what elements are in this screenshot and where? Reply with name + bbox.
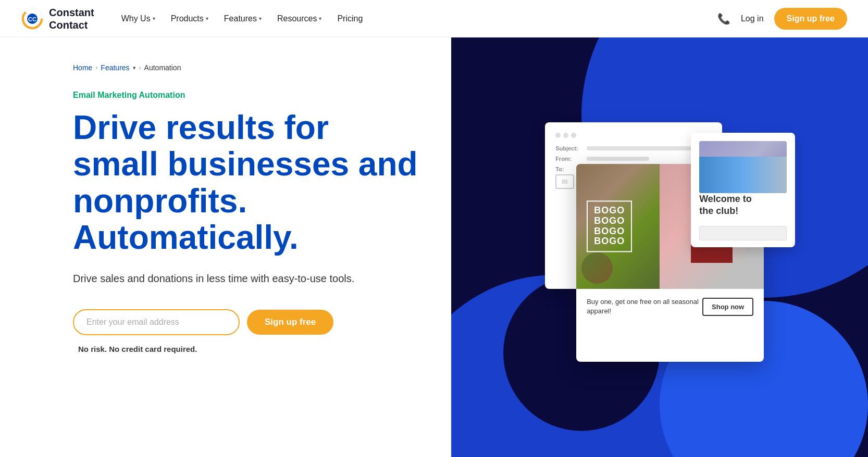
logo[interactable]: CC Constant Contact: [21, 6, 94, 31]
nav-item-resources[interactable]: Resources ▾: [271, 10, 328, 28]
nav-item-products[interactable]: Products ▾: [165, 10, 215, 28]
signup-button[interactable]: Sign up free: [774, 8, 847, 30]
email-input[interactable]: [73, 309, 240, 335]
chevron-down-icon: ▾: [259, 16, 262, 21]
no-risk-text: No risk. No credit card required.: [78, 345, 420, 353]
cards-container: Subject: From: To: ✉: [524, 122, 795, 372]
people-image: [699, 141, 787, 193]
card-bottom: Buy one, get one free on all seasonal ap…: [576, 289, 764, 324]
from-row: From:: [555, 156, 712, 162]
bogo-overlay: BOGOBOGOBOGOBOGO: [587, 200, 632, 252]
people-legs: [699, 157, 787, 193]
hero-subtitle: Drive sales and donations in less time w…: [73, 271, 420, 286]
dot-2: [563, 133, 568, 138]
breadcrumb: Home › Features ▾ › Automation: [73, 64, 420, 72]
logo-icon: CC: [21, 7, 44, 30]
navbar-left: CC Constant Contact Why Us ▾ Products ▾ …: [21, 6, 369, 31]
chevron-down-icon: ▾: [153, 16, 155, 21]
left-panel: Home › Features ▾ › Automation Email Mar…: [0, 37, 451, 457]
breadcrumb-home[interactable]: Home: [73, 64, 92, 72]
navbar: CC Constant Contact Why Us ▾ Products ▾ …: [0, 0, 868, 37]
promo-text: Buy one, get one free on all seasonal ap…: [587, 297, 702, 316]
from-label: From:: [555, 156, 581, 162]
svg-text:CC: CC: [28, 16, 36, 22]
navbar-right: 📞 Log in Sign up free: [717, 8, 847, 30]
nav-item-features[interactable]: Features ▾: [218, 10, 268, 28]
nav-item-why-us[interactable]: Why Us ▾: [115, 10, 162, 28]
chevron-down-icon: ▾: [319, 16, 321, 21]
breadcrumb-features[interactable]: Features: [101, 64, 129, 72]
welcome-card: Welcome tothe club!: [691, 133, 795, 247]
dot-1: [555, 133, 561, 138]
section-tag: Email Marketing Automation: [73, 91, 420, 100]
breadcrumb-current: Automation: [144, 64, 181, 72]
food-circle: [581, 252, 613, 284]
envelope-icon: ✉: [555, 174, 574, 189]
subject-label: Subject:: [555, 145, 581, 151]
from-bar: [587, 157, 649, 161]
phone-icon[interactable]: 📞: [717, 12, 730, 25]
logo-text: Constant Contact: [49, 6, 94, 31]
breadcrumb-separator-2: ›: [139, 64, 141, 71]
dot-3: [571, 133, 576, 138]
login-link[interactable]: Log in: [741, 14, 764, 23]
shop-now-button[interactable]: Shop now: [702, 298, 753, 316]
chevron-down-icon: ▾: [206, 16, 208, 21]
welcome-text: Welcome tothe club!: [699, 193, 787, 218]
food-image: BOGOBOGOBOGOBOGO: [576, 164, 660, 289]
window-dots: [555, 133, 712, 138]
email-form: Sign up free: [73, 309, 420, 335]
hero-title: Drive results for small businesses and n…: [73, 109, 420, 256]
nav-links: Why Us ▾ Products ▾ Features ▾ Resources…: [115, 10, 369, 28]
nav-item-pricing[interactable]: Pricing: [331, 10, 369, 28]
right-panel: Subject: From: To: ✉: [451, 37, 868, 457]
subject-row: Subject:: [555, 145, 712, 151]
chevron-down-icon: ▾: [133, 65, 136, 71]
breadcrumb-separator: ›: [95, 64, 97, 71]
form-signup-button[interactable]: Sign up free: [247, 310, 333, 335]
welcome-input-bar: [699, 226, 787, 240]
main-container: Home › Features ▾ › Automation Email Mar…: [0, 37, 868, 457]
